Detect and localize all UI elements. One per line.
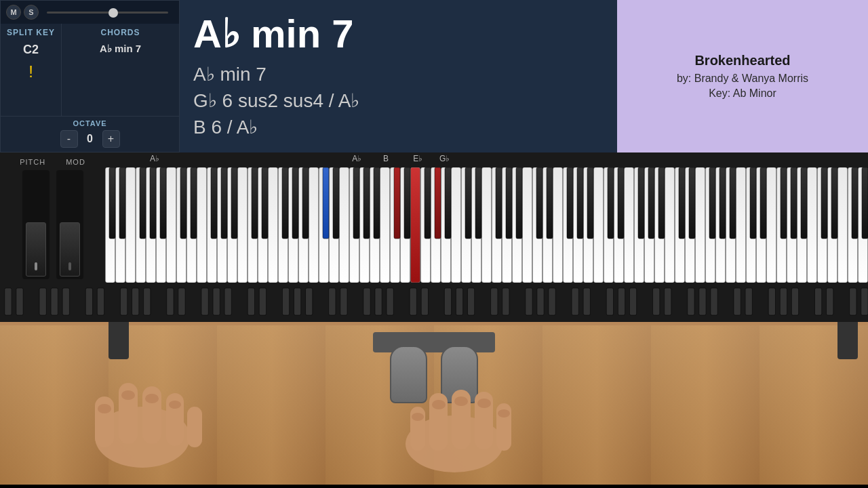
pitch-knob-inner [26, 222, 46, 277]
svg-rect-189 [606, 288, 613, 315]
svg-rect-152 [5, 288, 12, 315]
svg-rect-85 [252, 167, 258, 239]
svg-rect-105 [536, 167, 542, 239]
svg-rect-122 [781, 167, 787, 239]
svg-rect-114 [658, 167, 665, 239]
svg-point-145 [412, 413, 424, 421]
s-button[interactable]: S [24, 5, 39, 20]
svg-rect-102 [496, 167, 502, 239]
svg-rect-193 [665, 288, 671, 315]
svg-rect-158 [97, 288, 104, 315]
svg-rect-155 [51, 288, 58, 315]
pitch-knob[interactable] [22, 170, 50, 279]
mod-knob[interactable] [56, 170, 83, 279]
svg-rect-176 [387, 288, 393, 315]
chords-label: CHORDS [66, 28, 175, 37]
svg-rect-195 [699, 288, 706, 315]
svg-rect-115 [679, 167, 685, 239]
svg-rect-196 [711, 288, 717, 315]
pm-labels: PITCH MOD [20, 158, 85, 166]
svg-rect-180 [456, 288, 462, 315]
chord-display-panel: A♭ min 7 A♭ min 7 G♭ 6 sus2 sus4 / A♭ B … [180, 0, 617, 152]
piano-svg [105, 167, 868, 283]
svg-rect-120 [750, 167, 756, 239]
main-chord-display: A♭ min 7 [193, 12, 604, 56]
svg-rect-109 [587, 167, 593, 239]
keyboard-section: PITCH MOD A♭ A♭ [0, 152, 868, 285]
svg-point-138 [169, 401, 181, 409]
svg-rect-81 [191, 167, 197, 239]
svg-point-137 [145, 394, 159, 403]
pitch-label: PITCH [20, 158, 45, 166]
octave-minus-button[interactable]: - [60, 130, 78, 148]
label-eb: E♭ [413, 154, 422, 163]
svg-rect-177 [410, 288, 416, 315]
svg-rect-111 [618, 167, 624, 239]
svg-rect-87 [282, 167, 288, 239]
svg-point-148 [477, 399, 491, 408]
left-hand-svg [54, 329, 244, 478]
split-key-label: SPLIT KEY [5, 28, 57, 37]
svg-rect-99 [445, 167, 451, 239]
svg-rect-188 [583, 288, 590, 315]
svg-rect-154 [39, 288, 46, 315]
svg-rect-198 [745, 288, 752, 315]
svg-point-136 [121, 390, 135, 400]
split-key-column: SPLIT KEY C2 ! [1, 24, 62, 116]
svg-rect-95 [394, 167, 400, 239]
svg-rect-62 [736, 167, 746, 283]
svg-rect-51 [625, 167, 634, 283]
svg-rect-202 [814, 288, 821, 315]
mod-knob-inner [60, 222, 80, 277]
svg-rect-37 [482, 167, 492, 283]
svg-rect-183 [502, 288, 509, 315]
svg-rect-117 [709, 167, 715, 239]
volume-slider-container[interactable] [41, 12, 174, 14]
svg-rect-80 [180, 167, 186, 239]
svg-rect-192 [653, 288, 660, 315]
svg-rect-181 [467, 288, 474, 315]
svg-rect-113 [648, 167, 654, 239]
svg-rect-199 [768, 288, 775, 315]
svg-rect-194 [688, 288, 694, 315]
svg-rect-76 [119, 167, 125, 239]
label-gb: G♭ [439, 154, 450, 163]
svg-rect-159 [120, 288, 127, 315]
split-key-value: C2 [5, 43, 57, 57]
svg-point-135 [98, 404, 111, 413]
svg-rect-116 [689, 167, 695, 239]
svg-rect-69 [808, 167, 817, 283]
svg-rect-184 [526, 288, 532, 315]
svg-rect-92 [353, 167, 359, 239]
svg-rect-126 [831, 167, 837, 239]
svg-rect-96 [404, 167, 410, 239]
svg-rect-103 [506, 167, 512, 239]
label-ab-red: A♭ [352, 154, 361, 163]
pm-controls [22, 170, 83, 279]
alt-chord-1: A♭ min 7 [193, 61, 604, 87]
svg-rect-88 [292, 167, 298, 239]
svg-rect-119 [730, 167, 736, 239]
svg-rect-84 [231, 167, 237, 239]
m-button[interactable]: M [6, 5, 21, 20]
octave-plus-button[interactable]: + [102, 130, 120, 148]
svg-rect-191 [629, 288, 636, 315]
chord-current: A♭ min 7 [66, 43, 175, 55]
left-panel: M S SPLIT KEY C2 ! CHORDS A♭ min 7 [0, 0, 180, 152]
main-screen: M S SPLIT KEY C2 ! CHORDS A♭ min 7 [0, 0, 868, 488]
svg-rect-72 [838, 167, 848, 283]
svg-rect-82 [211, 167, 217, 239]
warning-icon: ! [5, 62, 57, 81]
label-ab-blue: A♭ [150, 154, 159, 163]
svg-rect-65 [767, 167, 776, 283]
top-section: M S SPLIT KEY C2 ! CHORDS A♭ min 7 [0, 0, 868, 152]
svg-rect-108 [577, 167, 583, 239]
svg-rect-160 [132, 288, 139, 315]
svg-rect-125 [821, 167, 827, 239]
svg-rect-134 [187, 407, 202, 447]
octave-section: OCTAVE - 0 + [1, 116, 179, 152]
svg-rect-6 [167, 167, 176, 283]
svg-rect-20 [309, 167, 319, 283]
svg-rect-79 [160, 167, 166, 239]
svg-rect-48 [594, 167, 604, 283]
